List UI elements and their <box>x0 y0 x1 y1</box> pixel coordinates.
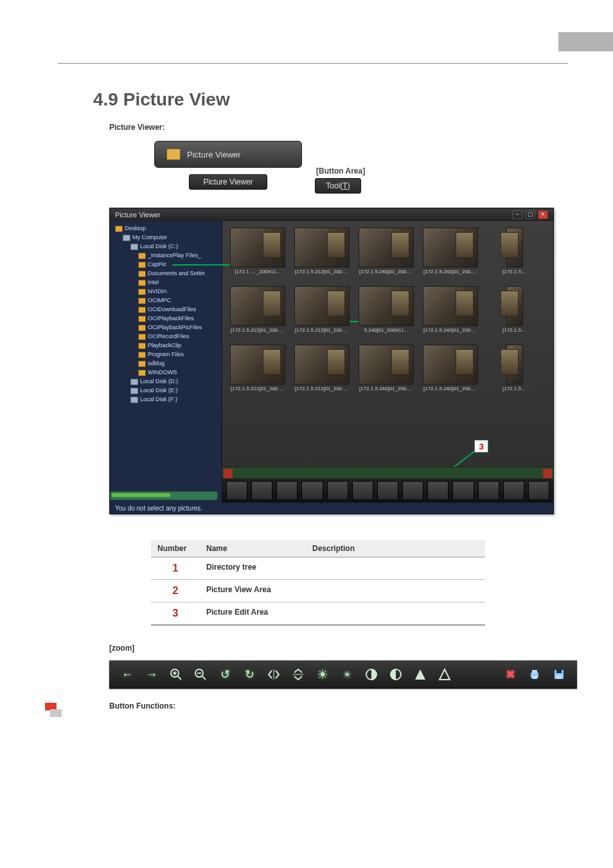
tree-scrollbar[interactable] <box>110 491 218 500</box>
brightness-down-button[interactable]: ☀ <box>338 665 356 683</box>
thumbnail-image <box>230 228 285 267</box>
thumbnail[interactable]: [172.1.5.240]01_200911... <box>423 228 478 275</box>
picture-edit-area[interactable] <box>222 478 553 503</box>
callout-legend-table: Number Name Description 1Directory tree2… <box>151 540 485 626</box>
tree-node[interactable]: Local Disk (E:) <box>112 386 222 395</box>
tree-node[interactable]: Local Disk (F:) <box>112 395 222 404</box>
tool-menu-tab[interactable]: Tool(T) <box>315 178 361 194</box>
filmstrip-frame[interactable] <box>528 481 549 500</box>
zoom-out-button[interactable] <box>191 665 209 683</box>
tree-node[interactable]: OCIRecordFiles <box>112 332 222 341</box>
tree-node[interactable]: OCIPlaybackPicFiles <box>112 323 222 332</box>
window-title: Picture Viewer <box>115 211 161 219</box>
picture-viewer-tab[interactable]: Picture Viewer <box>154 141 302 168</box>
picture-viewer-sub-tab[interactable]: Picture Viewer <box>189 174 267 190</box>
thumbnail[interactable]: [172.1.5.240]01_200911... <box>359 228 414 275</box>
tree-node[interactable]: OCIMPC <box>112 296 222 305</box>
minimize-button[interactable]: – <box>512 210 522 219</box>
thumbnail-image <box>423 345 478 384</box>
tree-node[interactable]: WINDOWS <box>112 368 222 377</box>
filmstrip-frame[interactable] <box>251 481 272 500</box>
close-button[interactable]: × <box>538 210 548 219</box>
prev-button[interactable]: ← <box>118 665 136 683</box>
thumbnail[interactable]: [172.1.5.212]01_200911... <box>230 345 285 392</box>
tree-node[interactable]: Program Files <box>112 350 222 359</box>
next-button[interactable]: → <box>143 665 161 683</box>
contrast-up-icon <box>365 668 378 681</box>
tree-node[interactable]: NVIDIA <box>112 287 222 296</box>
sharpen-up-button[interactable] <box>411 665 429 683</box>
tree-node[interactable]: OCIPlaybackFiles <box>112 314 222 323</box>
thumbnail[interactable]: [172.1.5.240 <box>487 345 542 392</box>
tree-node-label: CapPic <box>148 261 166 267</box>
thumbnail-label: [172.1.5.240]01_200911... <box>359 269 413 275</box>
tree-node[interactable]: Local Disk (C:) <box>112 242 222 251</box>
zoom-note: [zoom] <box>109 644 568 653</box>
callout-3: 3 <box>474 440 488 453</box>
filmstrip-frame[interactable] <box>402 481 423 500</box>
thumbnail[interactable]: [172.1.5.240 <box>487 286 542 333</box>
thumbnail-label: [172.1.5.212]01_200911... <box>231 386 285 392</box>
filmstrip-frame[interactable] <box>352 481 373 500</box>
thumbnail-image <box>423 286 478 326</box>
contrast-up-button[interactable] <box>362 665 380 683</box>
legend-name: Directory tree <box>200 557 306 580</box>
thumbnail[interactable]: [172.1.5.240 <box>487 228 542 275</box>
tree-node-label: My Computer <box>132 234 167 240</box>
delete-button[interactable]: ✖ <box>501 665 519 683</box>
tree-node[interactable]: Documents and Settin <box>112 269 222 278</box>
tree-node[interactable]: CapPic <box>112 260 222 269</box>
rotate-cw-button[interactable]: ↻ <box>240 665 258 683</box>
thumbnail[interactable]: [172.1.5.240]01_200911... <box>359 345 414 392</box>
directory-tree[interactable]: DesktopMy ComputerLocal Disk (C:)_Instan… <box>110 221 222 503</box>
tree-node[interactable]: OCIDownloadFiles <box>112 305 222 314</box>
thumbnail[interactable]: [172.1.5.212]01_200911... <box>230 286 285 333</box>
thumbnail[interactable]: [172.1.5.240]01_200911... <box>423 345 478 392</box>
thumbnail[interactable]: [172.1 ... _200911... <box>230 228 285 275</box>
svg-marker-14 <box>415 669 425 680</box>
folder-icon <box>138 316 146 322</box>
thumbnail[interactable]: [172.1.5.212]01_200911... <box>294 228 350 275</box>
filmstrip-frame[interactable] <box>377 481 398 500</box>
window-title-bar: Picture Viewer – ▢ × <box>110 208 553 221</box>
thumbnail[interactable]: [172.1.5.212]01_20091... <box>294 286 350 333</box>
thumbnail[interactable]: [172.1.5.212]01_200911... <box>294 345 350 392</box>
tree-node[interactable]: sdklog <box>112 359 222 368</box>
filmstrip-frame[interactable] <box>276 481 298 500</box>
thumbnail[interactable]: [172.1.5.240]01_200911... <box>423 286 478 333</box>
filmstrip-frame[interactable] <box>226 481 247 500</box>
tree-node[interactable]: Local Disk (D:) <box>112 377 222 386</box>
tree-node[interactable]: Intel <box>112 278 222 287</box>
zoom-in-button[interactable] <box>167 665 185 683</box>
brightness-up-button[interactable]: ☀ <box>314 665 332 683</box>
thumbnail[interactable]: 5.240]01_200911... <box>359 286 414 333</box>
top-divider <box>58 63 568 64</box>
thumbnail-image <box>506 286 523 326</box>
button-area-figure: Picture Viewer Picture Viewer [Button Ar… <box>154 141 568 194</box>
col-description: Description <box>306 540 485 557</box>
thumbnail-image <box>294 228 350 267</box>
tree-node[interactable]: Desktop <box>112 224 222 233</box>
save-button[interactable] <box>550 665 568 683</box>
tree-node[interactable]: _InstancePlay Files_ <box>112 251 222 260</box>
print-button[interactable] <box>526 665 544 683</box>
filmstrip-frame[interactable] <box>327 481 348 500</box>
filmstrip-frame[interactable] <box>427 481 449 500</box>
col-number: Number <box>151 540 200 557</box>
rotate-ccw-button[interactable]: ↺ <box>216 665 234 683</box>
tree-node[interactable]: My Computer <box>112 233 222 242</box>
maximize-button[interactable]: ▢ <box>525 210 535 219</box>
tree-node-label: OCIPlaybackFiles <box>148 315 194 321</box>
contrast-down-button[interactable] <box>387 665 405 683</box>
tree-node[interactable]: PlaybackClip <box>112 341 222 350</box>
thumbnail-image <box>294 286 350 326</box>
filmstrip-frame[interactable] <box>478 481 499 500</box>
picture-view-area[interactable]: 1 2 3 [172.1 ... _200911...[172.1.5.212]… <box>222 221 553 503</box>
filmstrip-frame[interactable] <box>452 481 474 500</box>
filmstrip-frame[interactable] <box>301 481 323 500</box>
filmstrip-frame[interactable] <box>503 481 524 500</box>
flip-vertical-button[interactable] <box>289 665 307 683</box>
flip-horizontal-button[interactable] <box>265 665 283 683</box>
sharpen-down-button[interactable] <box>436 665 454 683</box>
folder-icon <box>115 226 123 232</box>
